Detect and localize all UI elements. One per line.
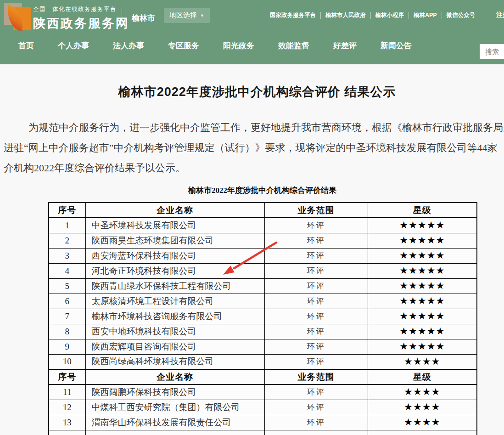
cell-empty: [368, 430, 477, 435]
cell-star-rating: ★★★★: [368, 400, 477, 415]
cell-company-name: 渭南华山环保科技发展有限责任公司: [85, 415, 264, 430]
cell-serial: 3: [49, 248, 85, 263]
header-link[interactable]: 榆林市人民政府: [321, 11, 370, 19]
cell-empty: [49, 430, 85, 435]
nav-item[interactable]: 首页: [18, 40, 34, 51]
table-row: 6太原核清环境工程设计有限公司环评★★★★★: [49, 294, 477, 309]
site-header-band: 全国一体化在线政务服务平台 陕西政务服务网 榆林市 地区选择 ▼ 国家政务服务平…: [0, 0, 504, 64]
cell-business-scope: 环评: [264, 309, 368, 324]
table-row: 9陕西宏辉项目咨询有限公司环评★★★★★: [49, 339, 477, 354]
cell-company-name: 陕西阔鹏环保科技有限公司: [85, 384, 264, 400]
cell-serial: 1: [49, 218, 85, 233]
cell-serial: 10: [49, 354, 85, 369]
table-caption: 榆林市2022年度涉批中介机构综合评价结果: [48, 185, 476, 196]
column-header: 业务范围: [264, 203, 368, 218]
header-link[interactable]: 榆林小程序: [371, 11, 409, 19]
column-header: 企业名称: [85, 203, 264, 218]
chevron-down-icon: ▼: [200, 13, 204, 18]
search-input[interactable]: [480, 44, 504, 59]
cell-business-scope: 环评: [264, 233, 368, 248]
cell-star-rating: ★★★★★: [368, 233, 477, 248]
table-header-row: 序号企业名称业务范围星级: [49, 203, 477, 218]
column-header: 企业名称: [85, 369, 264, 384]
cell-company-name: 中煤科工西安研究院（集团）有限公司: [85, 400, 264, 415]
cell-star-rating: ★★★★: [368, 384, 477, 400]
table-row: 8西安中地环境科技有限公司环评★★★★★: [49, 324, 477, 339]
table-row: 11陕西阔鹏环保科技有限公司环评★★★★: [49, 384, 477, 400]
paragraph-line: 进驻“网上中介服务超市”中介机构考评管理规定（试行）》要求，现将评定的中圣环境科…: [4, 138, 504, 158]
cell-company-name: 河北奇正环境科技有限公司: [85, 263, 264, 278]
cell-serial: 4: [49, 263, 85, 278]
cell-business-scope: 环评: [264, 324, 368, 339]
cell-empty: [85, 430, 264, 435]
site-titles: 全国一体化在线政务服务平台 陕西政务服务网: [33, 6, 129, 32]
column-header: 星级: [368, 369, 477, 384]
nav-item[interactable]: 专区服务: [168, 40, 199, 51]
region-select-button[interactable]: 地区选择 ▼: [164, 8, 210, 23]
cell-star-rating: ★★★★★: [368, 218, 477, 233]
cell-star-rating: ★★★★★: [368, 263, 477, 278]
table-row: 4河北奇正环境科技有限公司环评★★★★★: [49, 263, 477, 278]
cell-serial: 6: [49, 294, 85, 309]
table-row-partial: [49, 430, 477, 435]
header-link[interactable]: 国家政务服务平台: [265, 11, 320, 19]
table-row: 13渭南华山环保科技发展有限责任公司环评★★★★: [49, 415, 477, 430]
cell-serial: 9: [49, 339, 85, 354]
cell-star-rating: ★★★★★: [368, 309, 477, 324]
cell-company-name: 太原核清环境工程设计有限公司: [85, 294, 264, 309]
nav-item[interactable]: 效能监督: [278, 40, 309, 51]
cell-business-scope: 环评: [264, 354, 368, 369]
cell-company-name: 中圣环境科技发展有限公司: [85, 218, 264, 233]
nav-item[interactable]: 个人办事: [58, 40, 89, 51]
column-header: 业务范围: [264, 369, 368, 384]
site-logo: [4, 3, 31, 32]
cell-company-name: 西安中地环境科技有限公司: [85, 324, 264, 339]
cell-business-scope: 环评: [264, 415, 368, 430]
cell-star-rating: ★★★★★: [368, 294, 477, 309]
nav-menu: 首页个人办事法人办事专区服务阳光政务效能监督好差评新闻公告: [18, 40, 412, 51]
cell-star-rating: ★★★★★: [368, 324, 477, 339]
cell-company-name: 陕西青山绿水环保科技工程有限公司: [85, 278, 264, 294]
nav-item[interactable]: 阳光政务: [223, 40, 254, 51]
region-select-label: 地区选择: [169, 11, 197, 20]
cell-serial: 2: [49, 233, 85, 248]
site-name: 陕西政务服务网: [33, 15, 129, 32]
column-header: 序号: [49, 203, 85, 218]
column-header: 星级: [368, 203, 477, 218]
cell-business-scope: 环评: [264, 400, 368, 415]
nav-item[interactable]: 好差评: [333, 40, 357, 51]
cell-business-scope: 环评: [264, 294, 368, 309]
cell-serial: 12: [49, 400, 85, 415]
table-row: 2陕西雨昊生态环境集团有限公司环评★★★★★: [49, 233, 477, 248]
cell-business-scope: 环评: [264, 278, 368, 294]
cell-serial: 7: [49, 309, 85, 324]
cell-star-rating: ★★★★★: [368, 339, 477, 354]
header-links: 国家政务服务平台榆林市人民政府榆林小程序榆林APP微信公众号注册: [265, 11, 504, 19]
nav-item[interactable]: 法人办事: [113, 40, 144, 51]
paragraph-line: 为规范中介服务行为，进一步强化中介监管工作，更好地提升我市营商环境，根据《榆林市…: [4, 118, 504, 138]
platform-subtitle: 全国一体化在线政务服务平台: [33, 6, 129, 13]
cell-star-rating: ★★★★: [368, 354, 477, 369]
cell-company-name: 陕西尚绿高科环境科技有限公司: [85, 354, 264, 369]
eval-table-body: 序号企业名称业务范围星级1中圣环境科技发展有限公司环评★★★★★2陕西雨昊生态环…: [49, 203, 477, 435]
cell-serial: 8: [49, 324, 85, 339]
cell-serial: 13: [49, 415, 85, 430]
cell-business-scope: 环评: [264, 339, 368, 354]
header-link[interactable]: 榆林APP: [409, 11, 442, 19]
cell-company-name: 西安海蓝环保科技有限公司: [85, 248, 264, 263]
cell-business-scope: 环评: [264, 248, 368, 263]
table-row: 5陕西青山绿水环保科技工程有限公司环评★★★★★: [49, 278, 477, 294]
cell-empty: [264, 430, 368, 435]
main-content: 榆林市2022年度涉批中介机构综合评价 结果公示 为规范中介服务行为，进一步强化…: [0, 64, 504, 435]
current-city-label: 榆林市: [132, 13, 155, 23]
nav-item[interactable]: 新闻公告: [381, 40, 412, 51]
table-row: 12中煤科工西安研究院（集团）有限公司环评★★★★: [49, 400, 477, 415]
eval-table: 序号企业名称业务范围星级1中圣环境科技发展有限公司环评★★★★★2陕西雨昊生态环…: [48, 202, 477, 435]
register-link[interactable]: 注册: [496, 11, 504, 19]
cell-serial: 11: [49, 384, 85, 400]
column-header: 序号: [49, 369, 85, 384]
paragraph-line: 介机构2022年度综合评价结果予以公示。: [4, 158, 504, 178]
announcement-paragraph: 为规范中介服务行为，进一步强化中介监管工作，更好地提升我市营商环境，根据《榆林市…: [4, 118, 504, 178]
header-divider: [122, 8, 122, 28]
header-link[interactable]: 微信公众号: [442, 11, 480, 19]
